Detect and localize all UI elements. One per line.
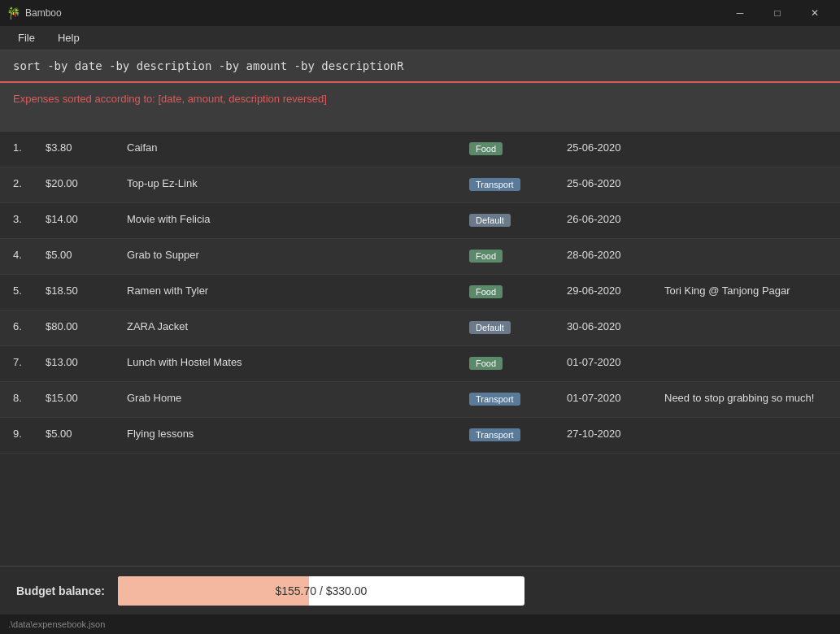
row-tag: Transport [469,426,567,441]
row-amount: $80.00 [46,319,127,332]
row-tag: Default [469,319,567,334]
table-row: 9. $5.00 Flying lessons Transport 27-10-… [0,418,840,454]
row-date: 25-06-2020 [567,176,664,189]
row-date: 01-07-2020 [567,390,664,404]
row-num: 8. [13,390,46,404]
row-tag: Default [469,211,567,227]
menu-bar: File Help [0,26,840,50]
table-row: 5. $18.50 Ramen with Tyler Food 29-06-20… [0,275,840,310]
row-num: 9. [13,426,46,440]
row-date: 01-07-2020 [567,354,664,368]
row-note: Need to stop grabbing so much! [664,390,827,404]
row-tag: Transport [469,176,567,191]
expense-table: 1. $3.80 Caifan Food 25-06-2020 2. $20.0… [0,132,840,566]
row-amount: $3.80 [46,140,127,154]
status-text: Expenses sorted according to: [date, amo… [13,93,327,105]
command-input[interactable] [13,59,827,72]
status-bar: Expenses sorted according to: [date, amo… [0,83,840,132]
row-description: Caifan [127,140,469,154]
table-row: 2. $20.00 Top-up Ez-Link Transport 25-06… [0,167,840,203]
row-note [664,176,827,177]
row-date: 29-06-2020 [567,283,664,297]
row-num: 5. [13,283,46,297]
tag-badge: Transport [469,428,520,441]
row-date: 26-06-2020 [567,211,664,225]
tag-badge: Food [469,142,503,155]
row-description: Lunch with Hostel Mates [127,354,469,368]
row-description: Ramen with Tyler [127,283,469,297]
row-note [664,211,827,213]
budget-text: $155.70 / $330.00 [275,584,367,597]
tag-badge: Food [469,285,503,298]
row-date: 28-06-2020 [567,247,664,261]
row-amount: $20.00 [46,176,127,189]
maximize-button[interactable]: □ [759,0,796,26]
row-amount: $5.00 [46,247,127,261]
title-bar: 🎋 Bamboo ─ □ ✕ [0,0,840,26]
row-note [664,426,827,428]
row-tag: Food [469,354,567,370]
row-num: 4. [13,247,46,261]
tag-badge: Transport [469,178,520,191]
file-path: .\data\expensebook.json [8,619,105,629]
row-num: 3. [13,211,46,225]
title-bar-left: 🎋 Bamboo [7,7,62,20]
row-tag: Food [469,140,567,155]
table-row: 7. $13.00 Lunch with Hostel Mates Food 0… [0,346,840,382]
close-button[interactable]: ✕ [796,0,833,26]
table-row: 3. $14.00 Movie with Felicia Default 26-… [0,203,840,239]
tag-badge: Transport [469,393,520,406]
row-amount: $18.50 [46,283,127,297]
table-row: 4. $5.00 Grab to Supper Food 28-06-2020 [0,239,840,275]
tag-badge: Default [469,214,511,227]
row-note [664,140,827,141]
row-note: Tori King @ Tanjong Pagar [664,283,827,297]
tag-badge: Food [469,250,503,263]
menu-help[interactable]: Help [48,28,89,47]
budget-label: Budget balance: [16,584,105,597]
row-tag: Food [469,283,567,298]
row-description: Movie with Felicia [127,211,469,225]
table-row: 1. $3.80 Caifan Food 25-06-2020 [0,132,840,167]
row-num: 2. [13,176,46,189]
row-note [664,319,827,320]
budget-bar: $155.70 / $330.00 [118,576,524,606]
bottom-bar: Budget balance: $155.70 / $330.00 [0,566,840,614]
row-amount: $14.00 [46,211,127,225]
row-num: 6. [13,319,46,332]
row-description: Flying lessons [127,426,469,440]
tag-badge: Food [469,357,503,370]
row-note [664,247,827,249]
row-amount: $13.00 [46,354,127,368]
minimize-button[interactable]: ─ [721,0,759,26]
row-description: Grab Home [127,390,469,404]
row-description: Top-up Ez-Link [127,176,469,189]
table-row: 6. $80.00 ZARA Jacket Default 30-06-2020 [0,310,840,346]
footer: .\data\expensebook.json [0,614,840,634]
row-num: 7. [13,354,46,368]
tag-badge: Default [469,321,511,334]
command-bar [0,50,840,83]
row-date: 27-10-2020 [567,426,664,440]
row-amount: $5.00 [46,426,127,440]
app-title: Bamboo [25,7,62,19]
table-row: 8. $15.00 Grab Home Transport 01-07-2020… [0,382,840,418]
row-num: 1. [13,140,46,154]
row-description: Grab to Supper [127,247,469,261]
row-date: 25-06-2020 [567,140,664,154]
row-amount: $15.00 [46,390,127,404]
row-tag: Food [469,247,567,263]
row-note [664,354,827,356]
window-controls: ─ □ ✕ [721,0,833,26]
menu-file[interactable]: File [8,28,45,47]
row-date: 30-06-2020 [567,319,664,332]
row-description: ZARA Jacket [127,319,469,332]
app-icon: 🎋 [7,7,20,20]
row-tag: Transport [469,390,567,406]
